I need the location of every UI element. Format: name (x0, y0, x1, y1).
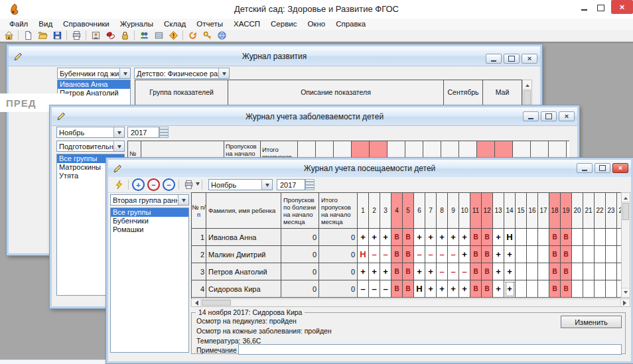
chevron-down-icon[interactable] (113, 127, 124, 137)
attendance-cell[interactable]: + (425, 280, 437, 298)
menu-item[interactable]: Файл (4, 19, 33, 30)
att-vertical-scrollbar[interactable] (621, 192, 630, 298)
attendance-cell[interactable]: В (482, 263, 493, 280)
attendance-cell[interactable]: – (380, 280, 391, 298)
warning-icon[interactable] (166, 30, 180, 41)
attendance-cell[interactable]: + (358, 229, 369, 246)
calculator-icon[interactable] (151, 30, 166, 41)
attendance-cell[interactable] (583, 263, 595, 280)
menu-item[interactable]: Вид (33, 19, 58, 30)
sick-titlebar[interactable]: Журнал учета заболеваемости детей (52, 107, 577, 126)
menu-item[interactable]: Сервис (265, 19, 302, 30)
attendance-cell[interactable]: + (425, 229, 437, 246)
attendance-cell[interactable] (527, 280, 538, 298)
attendance-cell[interactable]: + (504, 246, 516, 263)
attendance-cell[interactable]: В (391, 280, 403, 298)
remove-mark-button[interactable]: − (147, 178, 160, 191)
print-icon[interactable] (69, 30, 84, 41)
attendance-cell[interactable]: В (391, 229, 403, 246)
attendance-cell[interactable]: + (380, 263, 391, 280)
list-item[interactable]: Иванова Анна (58, 80, 130, 89)
att-close-button[interactable]: × (612, 163, 628, 173)
attendance-cell[interactable]: + (448, 229, 459, 246)
attendance-cell[interactable]: В (549, 229, 561, 246)
attendance-cell[interactable] (538, 263, 549, 280)
attendance-cell[interactable] (583, 246, 595, 263)
attendance-cell[interactable]: В (470, 246, 482, 263)
att-month-combo[interactable]: Ноябрь (208, 179, 273, 190)
menu-item[interactable]: Справочники (58, 19, 115, 30)
attendance-cell[interactable]: – (437, 246, 448, 263)
dev-section-combo[interactable]: Детство: Физическое развитие (134, 68, 230, 79)
attendance-cell[interactable] (516, 263, 527, 280)
attendance-cell[interactable]: – (425, 246, 437, 263)
chevron-down-icon[interactable] (119, 68, 130, 78)
attendance-cell[interactable]: + (380, 229, 391, 246)
chevron-down-icon[interactable] (178, 195, 188, 205)
attendance-cell[interactable]: В (482, 229, 493, 246)
list-item[interactable]: Все группы (111, 208, 188, 217)
attendance-cell[interactable] (595, 229, 606, 246)
menu-item[interactable]: Справка (330, 19, 371, 30)
attendance-cell[interactable]: В (470, 280, 482, 298)
attendance-cell[interactable]: В (549, 280, 561, 298)
main-titlebar[interactable]: Детский сад: Здоровье и Развитие ФГОС × (0, 0, 633, 19)
attendance-cell[interactable] (572, 263, 583, 280)
attendance-cell[interactable]: + (414, 229, 425, 246)
attendance-cell[interactable]: – (369, 280, 380, 298)
new-file-icon[interactable] (21, 30, 35, 41)
attendance-cell[interactable]: + (414, 263, 425, 280)
note-input[interactable] (238, 344, 622, 355)
save-icon[interactable] (50, 30, 64, 41)
scroll-up-icon[interactable] (523, 80, 531, 90)
sick-group-combo[interactable]: Подготовительная к (56, 141, 125, 152)
dev-titlebar[interactable]: Журнал развития (9, 46, 540, 66)
sick-maximize-button[interactable] (541, 111, 557, 121)
attendance-cell[interactable] (595, 246, 606, 263)
menu-item[interactable]: Склад (159, 19, 191, 30)
attendance-cell[interactable] (606, 229, 617, 246)
attendance-cell[interactable]: – (380, 246, 391, 263)
scroll-down-icon[interactable] (622, 288, 630, 297)
attendance-cell[interactable]: В (403, 280, 414, 298)
dev-minimize-button[interactable] (486, 54, 502, 64)
menu-item[interactable]: Журналы (115, 19, 159, 30)
attendance-cell[interactable]: В (561, 280, 572, 298)
attendance-cell[interactable]: + (459, 280, 470, 298)
attendance-cell[interactable]: В (561, 263, 572, 280)
attendance-cell[interactable]: + (448, 280, 459, 298)
attendance-cell[interactable] (595, 263, 606, 280)
attendance-cell[interactable] (583, 229, 595, 246)
attendance-cell[interactable]: В (482, 246, 493, 263)
list-item[interactable]: Ромашки (111, 225, 188, 234)
attendance-cell[interactable]: + (504, 280, 516, 298)
attendance-cell[interactable]: – (358, 280, 369, 298)
att-titlebar[interactable]: Журнал учета посещаемости детей (108, 160, 631, 178)
scroll-right-icon[interactable] (620, 299, 630, 306)
attendance-cell[interactable]: + (358, 263, 369, 280)
att-horizontal-scrollbar[interactable] (191, 298, 630, 307)
attendance-cell[interactable]: В (549, 263, 561, 280)
attendance-cell[interactable]: В (391, 263, 403, 280)
dev-maximize-button[interactable] (504, 54, 520, 64)
photo-icon[interactable] (88, 30, 103, 41)
attendance-cell[interactable]: + (437, 229, 448, 246)
list-item[interactable]: Бубенчики (111, 217, 188, 225)
attendance-cell[interactable] (583, 280, 595, 298)
attendance-cell[interactable]: В (549, 246, 561, 263)
attendance-cell[interactable]: В (391, 246, 403, 263)
attendance-cell[interactable]: + (493, 229, 504, 246)
attendance-cell[interactable]: + (459, 246, 470, 263)
attendance-cell[interactable]: + (493, 246, 504, 263)
attendance-cell[interactable]: – (448, 246, 459, 263)
maximize-button[interactable] (593, 0, 609, 15)
attendance-cell[interactable]: + (493, 263, 504, 280)
scroll-up-icon[interactable] (622, 193, 630, 202)
minimize-button[interactable] (576, 0, 593, 15)
lock-icon[interactable] (117, 30, 132, 41)
home-icon[interactable] (1, 30, 16, 41)
attendance-cell[interactable]: В (470, 263, 482, 280)
att-maximize-button[interactable] (595, 163, 610, 173)
attendance-cell[interactable] (572, 280, 583, 298)
key-icon[interactable] (200, 30, 214, 41)
